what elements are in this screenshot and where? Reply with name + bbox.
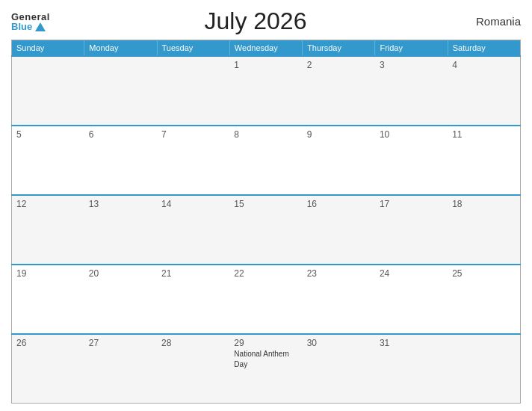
calendar-week-row: 12131415161718 (12, 195, 521, 265)
calendar-cell: 27 (84, 334, 157, 404)
calendar-cell: 29National Anthem Day (229, 334, 302, 404)
calendar-week-row: 19202122232425 (12, 265, 521, 334)
day-number: 13 (89, 199, 152, 209)
calendar-cell: 14 (157, 195, 229, 265)
calendar-cell: 12 (12, 195, 84, 265)
day-number: 29 (234, 338, 297, 348)
day-number: 3 (380, 60, 443, 70)
header-wednesday: Wednesday (229, 40, 302, 57)
calendar-cell: 18 (448, 195, 520, 265)
day-number: 15 (234, 199, 297, 209)
calendar-cell: 9 (303, 126, 375, 195)
calendar-cell (12, 56, 84, 126)
day-number: 19 (16, 268, 80, 279)
logo-general-text: General (11, 12, 50, 22)
day-number: 8 (234, 129, 297, 140)
day-number: 30 (307, 338, 371, 348)
calendar-cell: 24 (375, 265, 448, 334)
calendar-cell: 8 (229, 126, 302, 195)
day-number: 7 (161, 129, 225, 140)
day-number: 22 (234, 268, 297, 279)
day-number: 20 (89, 268, 152, 279)
header-thursday: Thursday (303, 40, 375, 57)
calendar-week-row: 1234 (12, 56, 521, 126)
calendar-cell: 7 (157, 126, 229, 195)
day-number: 16 (307, 199, 371, 209)
day-number: 27 (89, 338, 152, 348)
calendar-cell: 21 (157, 265, 229, 334)
day-number: 26 (16, 338, 80, 348)
calendar-cell (84, 56, 157, 126)
calendar-cell: 2 (303, 56, 375, 126)
header-saturday: Saturday (448, 40, 520, 57)
calendar-table: Sunday Monday Tuesday Wednesday Thursday… (11, 40, 521, 404)
day-number: 11 (452, 129, 516, 140)
calendar-cell: 6 (84, 126, 157, 195)
day-number: 12 (16, 199, 80, 209)
calendar-page: General Blue July 2026 Romania Sunday Mo… (0, 0, 532, 411)
calendar-cell: 25 (448, 265, 520, 334)
day-number: 21 (161, 268, 225, 279)
calendar-cell: 20 (84, 265, 157, 334)
calendar-cell: 16 (303, 195, 375, 265)
page-header: General Blue July 2026 Romania (11, 7, 521, 35)
calendar-cell: 13 (84, 195, 157, 265)
event-label: National Anthem Day (234, 350, 288, 368)
day-number: 9 (307, 129, 371, 140)
calendar-week-row: 567891011 (12, 126, 521, 195)
calendar-cell: 4 (448, 56, 520, 126)
day-number: 23 (307, 268, 371, 279)
weekday-header-row: Sunday Monday Tuesday Wednesday Thursday… (12, 40, 521, 57)
calendar-cell: 31 (375, 334, 448, 404)
header-sunday: Sunday (12, 40, 84, 57)
calendar-title: July 2026 (204, 7, 306, 35)
logo-triangle-icon (35, 22, 46, 31)
header-friday: Friday (375, 40, 448, 57)
calendar-cell: 22 (229, 265, 302, 334)
calendar-cell: 1 (229, 56, 302, 126)
calendar-cell: 3 (375, 56, 448, 126)
calendar-cell: 17 (375, 195, 448, 265)
day-number: 14 (161, 199, 225, 209)
day-number: 25 (452, 268, 516, 279)
day-number: 24 (380, 268, 443, 279)
country-label: Romania (461, 15, 521, 28)
day-number: 4 (452, 60, 516, 70)
calendar-cell: 15 (229, 195, 302, 265)
day-number: 18 (452, 199, 516, 209)
calendar-cell: 23 (303, 265, 375, 334)
header-tuesday: Tuesday (157, 40, 229, 57)
day-number: 5 (16, 129, 80, 140)
calendar-cell: 30 (303, 334, 375, 404)
day-number: 28 (161, 338, 225, 348)
calendar-cell (157, 56, 229, 126)
day-number: 2 (307, 60, 371, 70)
calendar-cell: 5 (12, 126, 84, 195)
day-number: 10 (380, 129, 443, 140)
day-number: 17 (380, 199, 443, 209)
logo: General Blue (11, 12, 50, 31)
calendar-cell (448, 334, 520, 404)
calendar-cell: 28 (157, 334, 229, 404)
header-monday: Monday (84, 40, 157, 57)
calendar-cell: 19 (12, 265, 84, 334)
day-number: 1 (234, 60, 297, 70)
day-number: 6 (89, 129, 152, 140)
day-number: 31 (380, 338, 443, 348)
calendar-week-row: 26272829National Anthem Day3031 (12, 334, 521, 404)
calendar-cell: 26 (12, 334, 84, 404)
calendar-cell: 10 (375, 126, 448, 195)
logo-blue-text: Blue (11, 22, 50, 31)
calendar-cell: 11 (448, 126, 520, 195)
